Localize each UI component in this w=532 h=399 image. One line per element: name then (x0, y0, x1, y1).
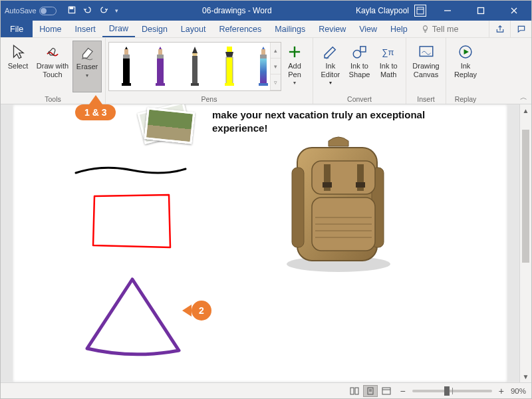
close-button[interactable] (499, 1, 529, 21)
account-username[interactable]: Kayla Claypool (356, 6, 409, 15)
vertical-scrollbar[interactable]: ▲ ▼ (519, 104, 531, 382)
svg-marker-18 (192, 53, 198, 56)
comments-button[interactable] (510, 21, 531, 37)
ink-replay-button[interactable]: Ink Replay (449, 41, 482, 92)
ink-to-math-label: Ink to Math (374, 62, 403, 78)
callout-2: 2 (182, 301, 211, 321)
svg-rect-21 (227, 47, 232, 52)
tab-view[interactable]: View (352, 21, 384, 37)
pens-gallery[interactable]: ▴▾▿ (108, 42, 281, 91)
pencil-gray-icon[interactable] (184, 47, 206, 86)
highlighter-yellow-icon[interactable] (218, 47, 241, 86)
ink-editor-label: Ink Editor (316, 62, 345, 78)
maximize-button[interactable] (466, 1, 495, 21)
svg-rect-26 (261, 49, 265, 55)
svg-rect-15 (157, 59, 164, 85)
zoom-percent[interactable]: 90% (511, 387, 526, 395)
ink-to-math-icon: ∑π (380, 43, 397, 61)
tab-home[interactable]: Home (33, 21, 68, 37)
add-pen-button[interactable]: Add Pen ▾ (281, 41, 308, 92)
backpack-image (272, 134, 405, 274)
svg-marker-25 (262, 47, 265, 49)
svg-rect-8 (124, 49, 128, 55)
svg-marker-22 (225, 52, 233, 57)
draw-with-touch-label: Draw with Touch (33, 62, 72, 78)
select-label: Select (8, 62, 29, 70)
ribbon-tabs: File Home Insert Draw Design Layout Refe… (1, 21, 531, 38)
svg-marker-17 (192, 47, 198, 53)
svg-rect-57 (382, 388, 390, 394)
group-label-pens: Pens (108, 95, 310, 104)
svg-rect-23 (226, 57, 233, 85)
svg-rect-50 (323, 182, 332, 188)
svg-marker-37 (464, 49, 469, 55)
print-layout-button[interactable] (363, 385, 378, 397)
eraser-button[interactable]: Eraser ▾ (72, 41, 102, 92)
scroll-thumb[interactable] (522, 130, 529, 263)
share-button[interactable] (489, 21, 510, 37)
zoom-out-button[interactable]: − (400, 386, 406, 396)
body-text: make your next vacation truly an excepti… (212, 108, 438, 136)
zoom-slider[interactable] (412, 390, 492, 392)
read-mode-button[interactable] (347, 385, 362, 397)
touch-icon (44, 43, 61, 61)
autosave-toggle[interactable]: AutoSave (5, 7, 57, 15)
svg-rect-2 (417, 7, 424, 14)
drawing-canvas-button[interactable]: Drawing Canvas (409, 41, 443, 92)
collapse-ribbon-icon[interactable]: ︿ (520, 92, 527, 102)
pen-black-icon[interactable] (115, 47, 138, 86)
scroll-down-icon[interactable]: ▼ (520, 370, 531, 382)
draw-with-touch-button[interactable]: Draw with Touch (33, 41, 72, 92)
minimize-button[interactable] (433, 1, 462, 21)
zoom-in-button[interactable]: + (499, 386, 504, 396)
ink-to-shape-button[interactable]: Ink to Shape (345, 41, 374, 92)
pens-scroll[interactable]: ▴▾▿ (270, 43, 281, 90)
svg-rect-33 (360, 47, 365, 52)
ribbon-display-icon[interactable] (414, 5, 426, 17)
pen-purple-icon[interactable] (149, 47, 172, 86)
ink-replay-icon (457, 43, 474, 61)
svg-rect-16 (156, 83, 165, 86)
web-layout-button[interactable] (379, 385, 394, 397)
svg-rect-11 (122, 83, 131, 86)
tab-insert[interactable]: Insert (68, 21, 102, 37)
undo-icon[interactable] (83, 5, 92, 17)
tell-me-search[interactable]: Tell me (414, 21, 466, 37)
tab-design[interactable]: Design (135, 21, 174, 37)
document-page[interactable]: make your next vacation truly an excepti… (13, 104, 507, 382)
group-label-replay: Replay (449, 95, 482, 104)
save-icon[interactable] (67, 5, 76, 17)
svg-rect-10 (123, 59, 130, 85)
ink-squiggle (72, 161, 189, 181)
ink-to-math-button[interactable]: ∑π Ink to Math (374, 41, 403, 92)
select-button[interactable]: Select (3, 41, 33, 92)
ink-to-shape-label: Ink to Shape (345, 62, 374, 78)
callout-2-label: 2 (192, 301, 211, 321)
scroll-up-icon[interactable]: ▲ (520, 104, 531, 116)
lightbulb-icon (421, 25, 430, 33)
tab-review[interactable]: Review (312, 21, 352, 37)
svg-rect-28 (260, 59, 267, 85)
redo-icon[interactable] (99, 5, 108, 17)
svg-marker-7 (125, 47, 128, 49)
callout-1-and-3: 1 & 3 (75, 95, 116, 120)
tab-mailings[interactable]: Mailings (268, 21, 312, 37)
svg-rect-29 (259, 83, 268, 86)
drawing-canvas-label: Drawing Canvas (409, 62, 443, 78)
tab-references[interactable]: References (212, 21, 268, 37)
tab-file[interactable]: File (1, 21, 33, 37)
tab-help[interactable]: Help (384, 21, 414, 37)
add-pen-label: Add Pen (281, 62, 308, 78)
status-bar: − + 90% (1, 382, 531, 398)
svg-rect-40 (292, 168, 304, 247)
photo-stack (140, 106, 194, 143)
ink-triangle (79, 274, 186, 360)
ink-editor-button[interactable]: Ink Editor▾ (316, 41, 345, 92)
tab-layout[interactable]: Layout (174, 21, 213, 37)
svg-rect-14 (157, 55, 164, 59)
svg-rect-27 (260, 55, 267, 59)
eraser-icon (78, 44, 96, 61)
svg-rect-43 (312, 161, 375, 194)
tab-draw[interactable]: Draw (102, 21, 135, 37)
group-label-convert: Convert (316, 95, 403, 104)
